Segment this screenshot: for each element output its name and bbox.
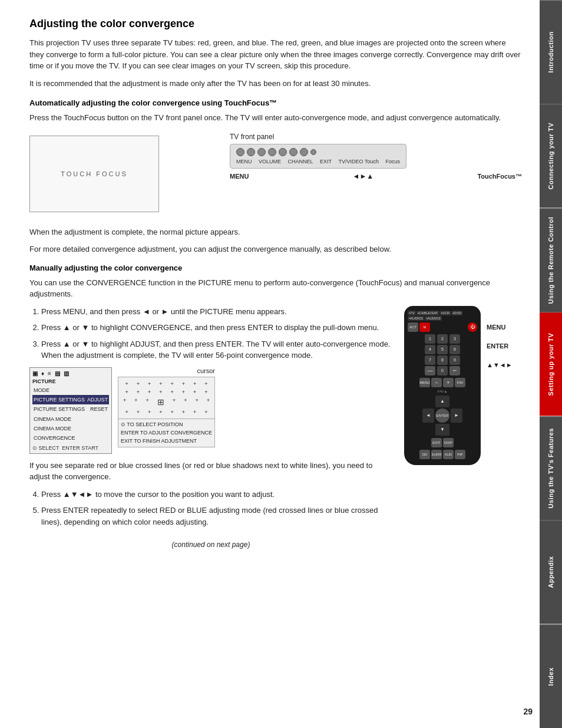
rb-fav[interactable]: FAV	[455, 378, 465, 387]
tv-vol-up-btn[interactable]	[257, 148, 266, 156]
icon-1: ▣	[32, 370, 38, 377]
remote-fav-labels: FAV▲	[408, 390, 477, 393]
arrow-keys: ◄►▲	[353, 172, 374, 180]
tv-panel-label: TV front panel	[230, 133, 522, 141]
intro-para2: It is recommended that the adjustment is…	[29, 78, 522, 90]
dot-row-1: ++++++++	[123, 381, 210, 387]
dot-instr-2: ENTER TO ADJUST CONVERGENCE	[121, 429, 212, 437]
rb-mute[interactable]: M	[419, 322, 430, 332]
top-section: TOUCH FOCUS TV front panel	[29, 130, 522, 218]
rb-nav-down[interactable]: ▼	[435, 424, 449, 436]
rb-display[interactable]: DISP	[443, 438, 454, 447]
sidebar-tab-setting-up[interactable]: Setting up your TV	[540, 312, 562, 416]
rb-9[interactable]: 9	[449, 355, 460, 365]
dot-row-2: ++++++++	[123, 389, 210, 395]
rb-5[interactable]: 5	[437, 345, 448, 354]
manual-heading: Manually adjusting the color convergence	[29, 263, 522, 272]
rc-corner-tr	[451, 396, 462, 407]
menu-item-cinema-mode2: CINEMA MODE	[32, 424, 109, 433]
rb-surr[interactable]: SURR	[431, 450, 442, 459]
tv-panel-diagram: MENU VOLUME CHANNEL EXIT TV/VIDEO Touch …	[230, 144, 406, 169]
auto-heading: Automatically adjusting the color conver…	[29, 98, 522, 107]
tv-exit-btn[interactable]	[289, 148, 297, 156]
cursor-label: cursor	[118, 367, 215, 374]
rb-3[interactable]: 3	[449, 334, 460, 344]
tv-touchfocus-btn[interactable]	[310, 149, 316, 155]
right-column: TV front panel MENU	[230, 130, 522, 218]
dot-instr-3: EXIT TO FINISH ADJUSTMENT	[121, 437, 212, 445]
tv-ch-up-btn[interactable]	[279, 148, 287, 156]
sidebar-tab-appendix[interactable]: Appendix	[540, 520, 562, 624]
convergence-dot-grid: ++++++++ ++++++++ +++⊞++++ ++++++++	[118, 377, 215, 419]
manual-left: Press MENU, and then press ◄ or ► until …	[29, 306, 392, 556]
tv-tvvideo-btn[interactable]	[300, 148, 308, 156]
rb-dash[interactable]: —	[425, 366, 435, 375]
icon-3: ≡	[48, 370, 51, 377]
remote-annotation: •TV •CABLE/SAT •VCR •DVD •AUDIO1 •AUDIO2…	[404, 306, 522, 465]
menu-item-convergence: CONVERGENCE	[32, 433, 109, 443]
rb-aud[interactable]: AUD	[443, 450, 454, 459]
menu-items: MODE PICTURE SETTINGSADJUST PICTURE SETT…	[32, 386, 109, 443]
remote-num-row1: 1 2 3	[408, 334, 477, 344]
rb-menu-mid[interactable]: MENU	[419, 378, 430, 387]
step-1: Press MENU, and then press ◄ or ► until …	[41, 306, 392, 318]
sidebar: Introduction Connecting your TV Using th…	[540, 0, 562, 728]
rb-vol-down[interactable]: −	[431, 378, 442, 387]
rb-dvd[interactable]: •DVD	[451, 311, 462, 315]
rc-corner-bl	[422, 424, 434, 436]
rb-2[interactable]: 2	[437, 334, 448, 344]
remote-body-inner: •TV •CABLE/SAT •VCR •DVD •AUDIO1 •AUDIO2…	[404, 306, 481, 465]
rb-8[interactable]: 8	[437, 355, 448, 365]
dot-row-4: ++++++++	[123, 409, 210, 415]
rb-7[interactable]: 7	[425, 355, 435, 365]
menu-label: MENU	[230, 173, 249, 180]
sidebar-tab-remote[interactable]: Using the Remote Control	[540, 208, 562, 312]
sidebar-tab-features[interactable]: Using the TV's Features	[540, 416, 562, 520]
rb-1[interactable]: 1	[425, 334, 435, 344]
rb-tv[interactable]: •TV	[408, 311, 416, 315]
rb-vcr[interactable]: •VCR	[439, 311, 451, 315]
touch-focus-screen: TOUCH FOCUS	[29, 136, 159, 212]
rb-6[interactable]: 6	[449, 345, 460, 354]
rb-nav-right[interactable]: ►	[451, 409, 462, 423]
auto-para: Press the TouchFocus button on the TV fr…	[29, 112, 522, 124]
rb-exit[interactable]: EXIT	[431, 438, 442, 447]
sidebar-tab-introduction[interactable]: Introduction	[540, 0, 562, 104]
sidebar-tab-connecting[interactable]: Connecting your TV	[540, 104, 562, 207]
rb-dd[interactable]: DD	[419, 450, 430, 459]
rb-cable[interactable]: •CABLE/SAT	[416, 311, 439, 315]
rb-nav-left[interactable]: ◄	[422, 409, 434, 423]
rc-corner-tl	[422, 396, 434, 407]
middle-text: When the adjustment is complete, the nor…	[29, 226, 522, 255]
steps-list: Press MENU, and then press ◄ or ► until …	[41, 306, 392, 361]
rb-label-far-a: FAV▲	[438, 390, 448, 393]
picture-menu-screen: ▣ ♦ ≡ ▤ ▥ PICTURE MODE PICTURE SETTINGSA…	[29, 367, 112, 454]
rb-prev[interactable]: ↩	[449, 366, 460, 375]
rb-power[interactable]: ⏻	[468, 322, 477, 332]
rb-act[interactable]: ACT	[408, 322, 418, 332]
rb-4[interactable]: 4	[425, 345, 435, 354]
picture-menu-title: PICTURE	[32, 378, 109, 384]
tv-vol-down-btn[interactable]	[247, 148, 255, 156]
step-5: Press ENTER repeatedly to select RED or …	[41, 505, 392, 528]
ann-enter: ENTER	[487, 342, 513, 350]
remote-power-row: ACT M ⏻	[408, 322, 477, 332]
tv-ch-down-btn[interactable]	[268, 148, 276, 156]
tv-menu-btn[interactable]	[236, 148, 244, 156]
rb-0[interactable]: 0	[437, 366, 448, 375]
sidebar-tab-index[interactable]: Index	[540, 624, 562, 728]
rb-ch-up[interactable]: +	[443, 378, 454, 387]
remote-num-row2: 4 5 6	[408, 345, 477, 354]
rb-pip[interactable]: PIP	[455, 450, 465, 459]
touch-focus-label: TOUCH FOCUS	[61, 170, 127, 177]
rb-audio1[interactable]: •AUDIO1	[408, 316, 424, 321]
rb-audio2[interactable]: •AUDIO2	[425, 316, 441, 321]
rb-nav-up[interactable]: ▲	[435, 396, 449, 407]
rb-enter[interactable]: ENTER	[435, 409, 449, 423]
step-2: Press ▲ or ▼ to highlight CONVERGENCE, a…	[41, 322, 392, 334]
page-title: Adjusting the color convergence	[29, 18, 522, 30]
tv-panel-bottom: MENU ◄►▲ TouchFocus™	[230, 172, 522, 180]
tv-panel-button-labels: MENU VOLUME CHANNEL EXIT TV/VIDEO Touch …	[236, 159, 400, 164]
menu-item-picture-settings-reset: PICTURE SETTINGSRESET	[32, 404, 109, 414]
touchfocus-tm-label: TouchFocus™	[477, 173, 522, 180]
